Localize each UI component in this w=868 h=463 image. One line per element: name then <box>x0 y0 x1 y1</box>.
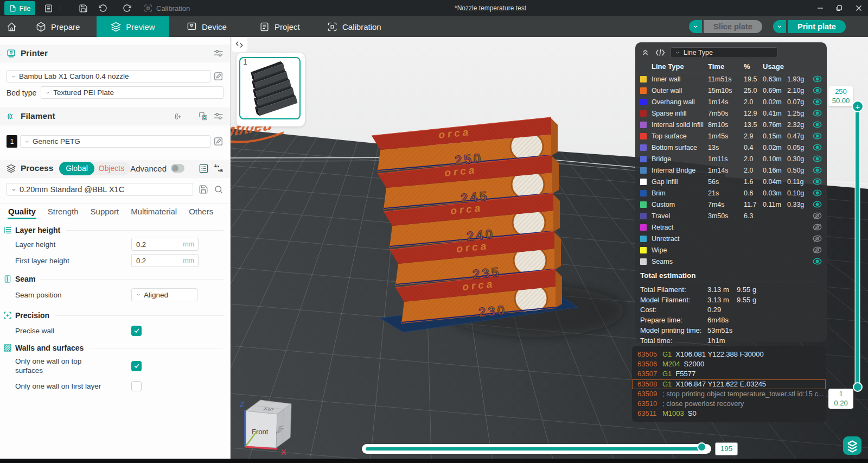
save-preset-icon[interactable] <box>199 185 208 194</box>
tab-multimaterial[interactable]: Multimaterial <box>131 204 177 219</box>
sidebar-collapse-button[interactable] <box>232 37 247 52</box>
first-layer-height-input[interactable]: 0.2 mm <box>131 254 199 267</box>
visibility-eye-icon[interactable] <box>813 87 824 94</box>
tab-calibration[interactable]: Calibration <box>327 16 381 37</box>
visibility-eye-icon[interactable] <box>813 246 824 253</box>
file-menu-button[interactable]: File <box>4 1 35 15</box>
move-slider-handle[interactable] <box>697 442 706 452</box>
line-type-usage-g: 0.50g <box>787 167 813 174</box>
move-slider[interactable] <box>362 444 711 454</box>
close-button[interactable] <box>850 0 868 16</box>
visibility-eye-icon[interactable] <box>813 144 824 151</box>
tab-strength[interactable]: Strength <box>48 204 79 219</box>
filament-preset-select[interactable]: Generic PETG <box>20 135 210 148</box>
process-scope-objects[interactable]: Objects <box>94 164 130 173</box>
layer-slider-upper-handle[interactable]: + <box>852 100 864 112</box>
visibility-eye-icon[interactable] <box>813 178 824 185</box>
visibility-eye-icon[interactable] <box>813 132 824 139</box>
process-preset-select[interactable]: 0.20mm Standard @BBL X1C <box>7 183 193 196</box>
redo-icon[interactable] <box>119 0 135 16</box>
line-type-percent: 0.6 <box>744 189 763 197</box>
viewport-3d[interactable]: Untitled orca250orca245orca240orca235orc… <box>231 37 868 459</box>
precision-group-header: Precision <box>3 310 224 320</box>
gcode-line[interactable]: 63510 ; close powerlost recovery <box>632 399 826 409</box>
maximize-button[interactable] <box>830 0 848 16</box>
visibility-eye-icon[interactable] <box>813 167 824 174</box>
gcode-command: M1003 <box>662 409 684 418</box>
view-mode-value: Line Type <box>684 49 713 56</box>
total-row-label: Prepare time: <box>640 316 707 324</box>
visibility-eye-icon[interactable] <box>813 258 824 265</box>
printer-settings-icon[interactable] <box>213 49 224 58</box>
process-scope-global[interactable]: Global <box>59 162 94 175</box>
line-type-swatch <box>640 179 647 185</box>
print-plate-split-button: Print plate <box>773 20 846 33</box>
layer-slider-lower-handle[interactable] <box>853 382 863 392</box>
search-preset-icon[interactable] <box>214 185 224 194</box>
bed-type-select[interactable]: Textured PEI Plate <box>41 86 224 99</box>
visibility-eye-icon[interactable] <box>813 235 824 242</box>
plate-thumbnail-card[interactable]: 1 <box>237 53 305 126</box>
move-slider-track[interactable] <box>366 447 704 451</box>
precise-wall-checkbox[interactable] <box>131 326 142 336</box>
view-mode-dropdown[interactable]: Line Type <box>671 47 777 58</box>
gcode-line[interactable]: 63508 G1 X106.847 Y121.622 E.03245 <box>632 379 826 389</box>
gcode-line-number: 63507 <box>637 369 662 379</box>
tab-support[interactable]: Support <box>91 204 119 219</box>
seam-position-select[interactable]: Aligned <box>131 288 197 301</box>
filament-slot-number[interactable]: 1 <box>7 135 17 148</box>
collapse-panel-icon[interactable] <box>641 48 650 57</box>
printer-edit-icon[interactable] <box>213 71 224 81</box>
tab-project[interactable]: Project <box>259 16 300 37</box>
calibration-toolbar-icon[interactable] <box>141 0 156 16</box>
legend-row: Inner wall 11m51s 19.5 0.63m 1.93g <box>635 73 827 85</box>
walls-group-header: Walls and surfaces <box>3 343 224 353</box>
tab-quality[interactable]: Quality <box>8 204 36 219</box>
tab-preview[interactable]: Preview <box>97 16 169 37</box>
visibility-eye-icon[interactable] <box>813 201 824 208</box>
only-one-wall-top-checkbox[interactable] <box>131 361 142 371</box>
only-one-wall-first-checkbox[interactable] <box>131 381 142 391</box>
filament-edit-icon[interactable] <box>213 136 224 147</box>
minimize-button[interactable] <box>811 0 829 16</box>
slice-plate-button[interactable]: Slice plate <box>704 20 762 33</box>
visibility-eye-icon[interactable] <box>813 110 824 117</box>
undo-icon[interactable] <box>95 0 111 16</box>
print-plate-button[interactable]: Print plate <box>788 20 846 33</box>
visibility-eye-icon[interactable] <box>813 75 824 83</box>
gcode-line[interactable]: 63509 ; stop printing object temperature… <box>632 389 826 399</box>
tab-prepare[interactable]: Prepare <box>36 16 80 37</box>
visibility-eye-icon[interactable] <box>813 98 824 105</box>
visibility-eye-icon[interactable] <box>813 189 824 196</box>
filament-section-header: Filament <box>0 107 230 125</box>
filament-settings-icon[interactable] <box>213 112 224 120</box>
tab-others[interactable]: Others <box>189 204 213 219</box>
print-plate-dropdown-button[interactable] <box>773 20 786 33</box>
gcode-line[interactable]: 63511 M1003 S0 <box>632 409 826 418</box>
save-icon[interactable] <box>75 0 91 16</box>
layer-slider-track[interactable] <box>856 103 859 391</box>
visibility-eye-icon[interactable] <box>813 155 824 162</box>
visibility-eye-icon[interactable] <box>813 224 824 231</box>
tab-device[interactable]: Device <box>187 16 227 37</box>
printer-preset-select[interactable]: Bambu Lab X1 Carbon 0.4 nozzle <box>7 70 210 83</box>
visibility-eye-icon[interactable] <box>813 121 824 128</box>
home-icon[interactable] <box>7 16 17 37</box>
gcode-viewer-icon[interactable] <box>655 49 665 56</box>
notes-icon[interactable] <box>40 0 56 16</box>
gcode-line[interactable]: 63507 G1 F5577 <box>632 369 826 379</box>
advanced-toggle[interactable] <box>171 164 184 173</box>
slice-plate-dropdown-button[interactable] <box>689 20 702 33</box>
line-type-time: 3m50s <box>708 212 744 220</box>
compare-presets-icon[interactable]: AB <box>214 163 224 174</box>
add-filament-icon[interactable] <box>173 112 183 121</box>
calibration-toolbar-label[interactable]: Calibration <box>156 0 190 16</box>
parameter-list-icon[interactable] <box>199 163 209 174</box>
gcode-line[interactable]: 63506 M204 S2000 <box>632 359 826 369</box>
gcode-line[interactable]: 63505 G1 X106.081 Y122.388 F30000 <box>632 350 826 359</box>
gcode-viewer-panel[interactable]: 63505 G1 X106.081 Y122.388 F30000 63506 … <box>632 346 826 422</box>
layer-height-input[interactable]: 0.2 mm <box>131 238 199 251</box>
visibility-eye-icon[interactable] <box>813 212 824 219</box>
svg-text:B: B <box>220 169 223 173</box>
flush-volumes-icon[interactable] <box>198 111 208 121</box>
